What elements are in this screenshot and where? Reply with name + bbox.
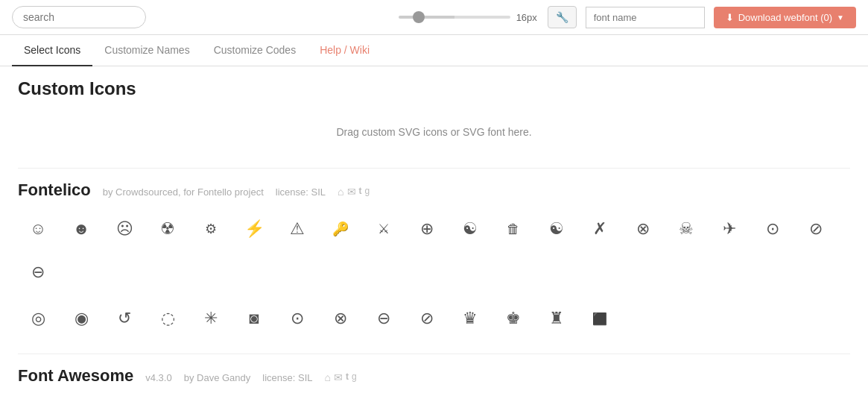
icon-user[interactable]: 👤 bbox=[536, 395, 577, 399]
fontawesome-meta-icons: ⌂ ✉ t g bbox=[324, 371, 356, 383]
divider-2 bbox=[18, 354, 850, 354]
tabs-bar: Select Icons Customize Names Customize C… bbox=[0, 35, 868, 66]
icon-star-empty[interactable]: ☆ bbox=[407, 395, 447, 399]
icon-envelope[interactable]: ✉ bbox=[148, 395, 188, 399]
fontelico-header: Fontelico by Crowdsourced, for Fontello … bbox=[18, 180, 850, 200]
git-icon[interactable]: g bbox=[352, 371, 357, 383]
icon-item[interactable]: ⊗ bbox=[623, 209, 663, 249]
icon-star[interactable]: ★ bbox=[364, 395, 404, 399]
icon-user-times[interactable]: 👥 bbox=[666, 395, 706, 399]
chevron-down-icon: ▼ bbox=[837, 13, 844, 22]
download-button[interactable]: ⬇ Download webfont (0) ▼ bbox=[714, 7, 856, 28]
icon-child[interactable]: 🚶 bbox=[796, 395, 836, 399]
icon-music[interactable]: ♫ bbox=[61, 395, 101, 399]
tab-select-icons[interactable]: Select Icons bbox=[12, 35, 92, 66]
icon-heart[interactable]: ♥ bbox=[277, 395, 317, 399]
icon-star-half-alt[interactable]: ✦ bbox=[493, 395, 533, 399]
icon-search[interactable]: 🔍 bbox=[104, 395, 145, 399]
icon-item[interactable]: ☹ bbox=[104, 209, 145, 249]
icon-female[interactable]: 🚶 bbox=[753, 395, 793, 399]
icon-item[interactable]: ◎ bbox=[18, 298, 58, 339]
icon-envelope-square[interactable]: ✉ bbox=[234, 395, 274, 399]
icon-item[interactable]: ☠ bbox=[666, 209, 706, 249]
icon-male[interactable]: 🚶 bbox=[709, 395, 750, 399]
icon-filter[interactable]: ▼ bbox=[18, 395, 58, 399]
fontelico-section: Fontelico by Crowdsourced, for Fontello … bbox=[18, 180, 850, 339]
fontawesome-version: v4.3.0 bbox=[145, 372, 171, 383]
icon-item[interactable]: ♜ bbox=[536, 298, 577, 339]
fontawesome-by: by Dave Gandy bbox=[184, 372, 251, 383]
icon-item[interactable]: ☯ bbox=[536, 209, 577, 249]
icon-item[interactable]: ☢ bbox=[148, 209, 188, 249]
icon-item[interactable]: ◌ bbox=[148, 298, 188, 339]
icon-item[interactable]: ♛ bbox=[450, 298, 490, 339]
icon-item[interactable]: ✈ bbox=[709, 209, 750, 249]
git-icon[interactable]: g bbox=[365, 186, 370, 198]
home-icon[interactable]: ⌂ bbox=[338, 186, 343, 198]
tab-customize-names[interactable]: Customize Names bbox=[92, 35, 201, 66]
icon-item[interactable]: ⬛ bbox=[580, 298, 620, 339]
twitter-icon[interactable]: t bbox=[359, 186, 362, 198]
tab-help-wiki[interactable]: Help / Wiki bbox=[308, 35, 381, 66]
icon-item[interactable]: ⊙ bbox=[753, 209, 793, 249]
email-icon[interactable]: ✉ bbox=[334, 371, 343, 383]
search-input[interactable] bbox=[12, 6, 146, 28]
icon-item[interactable]: ✳ bbox=[191, 298, 231, 339]
icon-item[interactable]: ⚙ bbox=[191, 209, 231, 249]
divider-1 bbox=[18, 168, 850, 169]
wrench-icon: 🔧 bbox=[556, 11, 568, 23]
fontelico-meta-icons: ⌂ ✉ t g bbox=[338, 186, 370, 198]
icon-item[interactable]: ☺ bbox=[18, 209, 58, 249]
size-slider[interactable] bbox=[399, 16, 510, 19]
icon-users[interactable]: 👥 bbox=[580, 395, 620, 399]
icon-item[interactable]: ☻ bbox=[61, 209, 101, 249]
fontawesome-header: Font Awesome v4.3.0 by Dave Gandy licens… bbox=[18, 366, 850, 386]
icon-item[interactable]: ✗ bbox=[580, 209, 620, 249]
fontawesome-name: Font Awesome bbox=[18, 366, 133, 386]
icon-item[interactable]: ⊖ bbox=[18, 252, 58, 292]
icon-item[interactable]: ↺ bbox=[104, 298, 145, 339]
icon-item[interactable]: ⚔ bbox=[364, 209, 404, 249]
icon-envelope-alt[interactable]: ✉ bbox=[191, 395, 231, 399]
icon-heart-empty[interactable]: ♡ bbox=[320, 395, 361, 399]
email-icon[interactable]: ✉ bbox=[347, 186, 356, 198]
font-name-input[interactable] bbox=[586, 7, 705, 28]
fontawesome-icons-row1: ▼ ♫ 🔍 ✉ ✉ ✉ ♥ ♡ ★ ☆ ⚑ ✦ 👤 👥 👥 👥 🚶 🚶 🚶 🔒 bbox=[18, 395, 850, 399]
download-label: Download webfont (0) bbox=[738, 12, 832, 23]
icon-item[interactable]: ⊖ bbox=[364, 298, 404, 339]
fontawesome-license: license: SIL bbox=[262, 372, 312, 383]
size-label: 16px bbox=[516, 12, 539, 23]
icon-user-plus[interactable]: 👥 bbox=[623, 395, 663, 399]
icon-item[interactable]: ☯ bbox=[450, 209, 490, 249]
fontelico-license: license: SIL bbox=[276, 186, 326, 198]
icon-item[interactable]: ⚠ bbox=[277, 209, 317, 249]
header: 16px 🔧 ⬇ Download webfont (0) ▼ bbox=[0, 0, 868, 35]
icon-item[interactable]: ⊘ bbox=[407, 298, 447, 339]
twitter-icon[interactable]: t bbox=[346, 371, 349, 383]
icon-item[interactable]: ⊙ bbox=[277, 298, 317, 339]
icon-item[interactable]: ⊗ bbox=[320, 298, 361, 339]
icon-star-half[interactable]: ⚑ bbox=[450, 395, 490, 399]
icon-item[interactable]: ◙ bbox=[234, 298, 274, 339]
home-icon[interactable]: ⌂ bbox=[324, 371, 330, 383]
icon-item[interactable]: ⊕ bbox=[407, 209, 447, 249]
download-icon: ⬇ bbox=[726, 12, 734, 23]
fontelico-icons-row2: ◎ ◉ ↺ ◌ ✳ ◙ ⊙ ⊗ ⊖ ⊘ ♛ ♚ ♜ ⬛ bbox=[18, 298, 850, 339]
icon-item[interactable]: ◉ bbox=[61, 298, 101, 339]
fontelico-name: Fontelico bbox=[18, 180, 91, 200]
custom-icons-section: Custom Icons Drag custom SVG icons or SV… bbox=[18, 78, 850, 153]
custom-icons-title: Custom Icons bbox=[18, 78, 850, 99]
icon-item[interactable]: ⚡ bbox=[234, 209, 274, 249]
icon-item[interactable]: 🗑 bbox=[493, 209, 533, 249]
fontelico-icons-row1: ☺ ☻ ☹ ☢ ⚙ ⚡ ⚠ 🔑 ⚔ ⊕ ☯ 🗑 ☯ ✗ ⊗ ☠ ✈ ⊙ ⊘ ⊖ bbox=[18, 209, 850, 292]
drop-zone[interactable]: Drag custom SVG icons or SVG font here. bbox=[18, 111, 850, 153]
fontelico-by: by Crowdsourced, for Fontello project bbox=[103, 186, 264, 198]
drop-zone-text: Drag custom SVG icons or SVG font here. bbox=[336, 126, 531, 138]
icon-item[interactable]: ♚ bbox=[493, 298, 533, 339]
icon-item[interactable]: ⊘ bbox=[796, 209, 836, 249]
slider-container: 16px bbox=[399, 12, 539, 23]
icon-item[interactable]: 🔑 bbox=[320, 209, 361, 249]
fontawesome-section: Font Awesome v4.3.0 by Dave Gandy licens… bbox=[18, 366, 850, 399]
tab-customize-codes[interactable]: Customize Codes bbox=[202, 35, 308, 66]
wrench-button[interactable]: 🔧 bbox=[548, 6, 577, 28]
